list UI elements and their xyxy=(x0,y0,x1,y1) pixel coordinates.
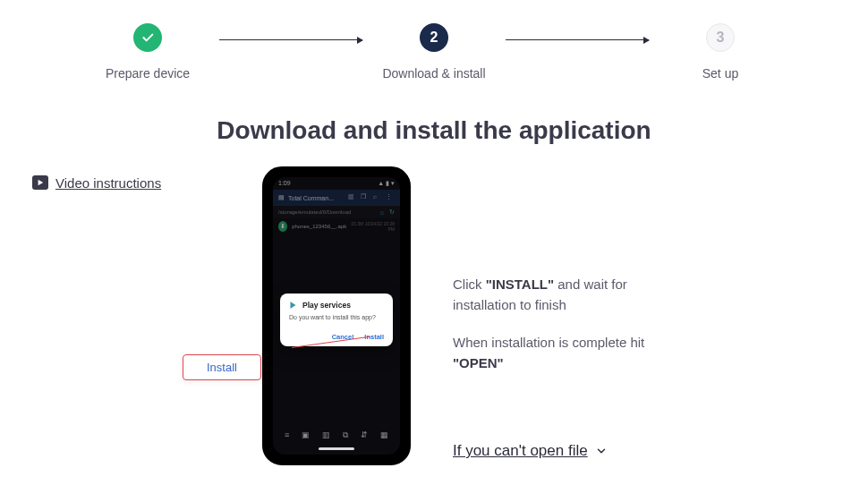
install-callout-chip: Install xyxy=(183,354,261,380)
stepper: Prepare device 2 Download & install 3 Se… xyxy=(0,0,868,81)
cant-open-file-link[interactable]: If you can't open file xyxy=(453,439,608,463)
play-services-icon xyxy=(289,301,298,310)
popup-message: Do you want to install this app? xyxy=(289,314,384,320)
step-done-circle xyxy=(133,23,162,52)
page-title: Download and install the application xyxy=(0,116,868,145)
step-label: Prepare device xyxy=(106,66,190,81)
toolbar-icon: ⧉ xyxy=(343,430,348,440)
instruction-text: When installation is complete hit xyxy=(453,335,644,350)
play-icon xyxy=(32,175,48,190)
step-setup: 3 Set up xyxy=(658,23,783,81)
toolbar-icon: ▥ xyxy=(322,430,330,440)
instruction-bold: "INSTALL" xyxy=(486,277,554,292)
instructions-column: Click "INSTALL" and wait for installatio… xyxy=(453,166,836,463)
step-label: Download & install xyxy=(382,66,485,81)
phone-column: Install 1:09 ▲ ▮ ▾ ▤ Total Comman... ▥ ❐… xyxy=(238,166,435,465)
toolbar-icon: ▣ xyxy=(302,430,310,440)
install-popup: Play services Do you want to install thi… xyxy=(280,294,393,346)
video-link-label: Video instructions xyxy=(55,175,161,191)
step-active-circle: 2 xyxy=(420,23,448,52)
left-column: Video instructions xyxy=(32,166,220,191)
instruction-paragraph-1: Click "INSTALL" and wait for installatio… xyxy=(453,274,685,316)
stepper-arrow xyxy=(219,25,362,54)
content-row: Video instructions Install 1:09 ▲ ▮ ▾ ▤ … xyxy=(0,166,868,465)
check-icon xyxy=(140,30,155,45)
phone-bottom-toolbar: ≡ ▣ ▥ ⧉ ⇵ ▦ xyxy=(273,430,400,440)
step-pending-circle: 3 xyxy=(706,23,735,52)
instruction-paragraph-2: When installation is complete hit "OPEN" xyxy=(453,332,685,374)
phone-mockup: 1:09 ▲ ▮ ▾ ▤ Total Comman... ▥ ❐ ⌕ ⋮ /st… xyxy=(262,166,411,465)
popup-title-row: Play services xyxy=(289,301,384,310)
instruction-text: Click xyxy=(453,277,486,292)
phone-nav-pill xyxy=(319,447,354,450)
step-prepare-device: Prepare device xyxy=(85,23,210,81)
popup-title: Play services xyxy=(302,301,351,310)
toolbar-icon: ⇵ xyxy=(361,430,368,440)
open-file-label: If you can't open file xyxy=(453,439,588,463)
phone-screen: 1:09 ▲ ▮ ▾ ▤ Total Comman... ▥ ❐ ⌕ ⋮ /st… xyxy=(273,177,400,455)
toolbar-icon: ▦ xyxy=(380,430,388,440)
step-label: Set up xyxy=(702,66,738,81)
stepper-arrow xyxy=(506,25,649,54)
toolbar-icon: ≡ xyxy=(285,430,289,440)
chevron-down-icon xyxy=(595,445,608,457)
step-download-install: 2 Download & install xyxy=(371,23,497,81)
video-instructions-link[interactable]: Video instructions xyxy=(32,175,161,191)
instruction-bold: "OPEN" xyxy=(453,355,504,370)
